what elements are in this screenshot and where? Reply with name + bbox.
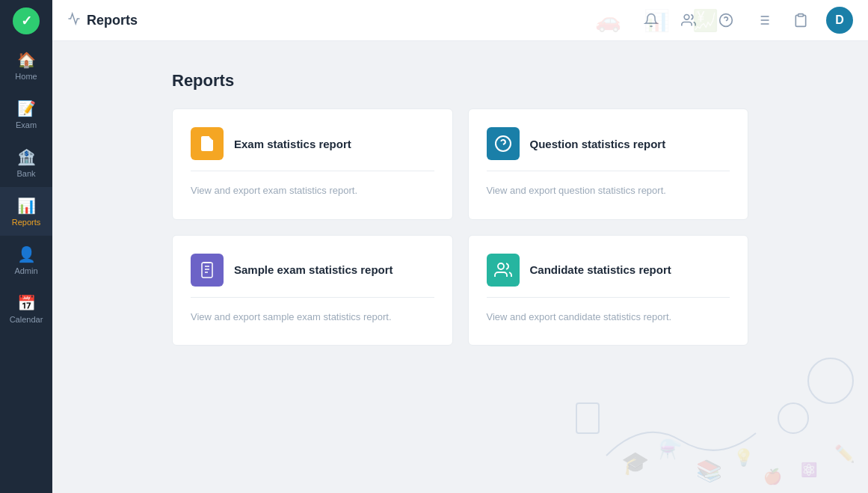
svg-point-18	[498, 263, 504, 269]
svg-text:⚗️: ⚗️	[659, 438, 683, 461]
content-area: Reports Exam statistics report View	[52, 41, 868, 493]
logo-icon: ✓	[13, 7, 40, 34]
sidebar-item-bank[interactable]: 🏦 Bank	[0, 138, 52, 187]
bank-icon: 🏦	[17, 148, 36, 166]
deco-car-icon: 🚗	[595, 8, 621, 33]
sample-exam-stats-title: Sample exam statistics report	[234, 263, 393, 276]
question-stats-icon	[487, 127, 520, 160]
svg-text:✏️: ✏️	[834, 444, 855, 464]
list-button[interactable]	[751, 8, 775, 32]
notifications-button[interactable]	[639, 8, 663, 32]
sample-exam-stats-card-header: Sample exam statistics report	[191, 254, 434, 298]
candidate-stats-icon	[487, 254, 520, 287]
sidebar-item-calendar[interactable]: 📅 Calendar	[0, 284, 52, 333]
header-reports-icon	[67, 12, 81, 29]
svg-point-20	[778, 403, 808, 433]
home-icon: 🏠	[17, 51, 36, 69]
question-stats-desc: View and export question statistics repo…	[487, 183, 730, 198]
sample-exam-stats-icon	[191, 254, 224, 287]
candidate-stats-desc: View and export candidate statistics rep…	[487, 310, 730, 325]
question-stats-title: Question statistics report	[530, 138, 666, 150]
user-avatar[interactable]: D	[826, 7, 853, 34]
svg-rect-21	[576, 403, 599, 433]
page-title: Reports	[172, 71, 748, 91]
sidebar-logo: ✓	[0, 0, 52, 41]
svg-text:🎓: 🎓	[621, 450, 650, 477]
svg-point-0	[684, 15, 689, 20]
admin-icon: 👤	[17, 245, 36, 263]
question-stats-card[interactable]: Question statistics report View and expo…	[468, 108, 749, 220]
reports-icon: 📊	[17, 197, 36, 215]
exam-stats-desc: View and export exam statistics report.	[191, 183, 434, 198]
sidebar-item-label-exam: Exam	[16, 120, 37, 129]
header-actions: D	[639, 7, 853, 34]
help-button[interactable]	[714, 8, 738, 32]
sidebar-item-label-home: Home	[15, 72, 37, 81]
exam-stats-card[interactable]: Exam statistics report View and export e…	[172, 108, 453, 220]
users-button[interactable]	[677, 8, 701, 32]
svg-rect-9	[798, 14, 804, 16]
reports-grid: Exam statistics report View and export e…	[172, 108, 748, 346]
sidebar-item-label-reports: Reports	[12, 218, 41, 227]
sidebar-item-label-bank: Bank	[16, 169, 35, 178]
candidate-stats-card-header: Candidate statistics report	[487, 254, 730, 298]
question-stats-card-header: Question statistics report	[487, 127, 730, 171]
sample-exam-stats-desc: View and export sample exam statistics r…	[191, 310, 434, 325]
sidebar: ✓ 🏠 Home 📝 Exam 🏦 Bank 📊 Reports 👤 Admin…	[0, 0, 52, 493]
header: Reports 🚗 📊 💹	[52, 0, 868, 41]
exam-stats-card-header: Exam statistics report	[191, 127, 434, 171]
sidebar-item-label-calendar: Calendar	[10, 315, 43, 324]
exam-stats-title: Exam statistics report	[234, 138, 351, 150]
sample-exam-stats-card[interactable]: Sample exam statistics report View and e…	[172, 235, 453, 346]
svg-text:🍎: 🍎	[763, 468, 782, 486]
candidate-stats-title: Candidate statistics report	[530, 263, 671, 276]
sidebar-item-reports[interactable]: 📊 Reports	[0, 187, 52, 236]
sidebar-item-admin[interactable]: 👤 Admin	[0, 236, 52, 284]
clipboard-button[interactable]	[789, 8, 813, 32]
sidebar-item-home[interactable]: 🏠 Home	[0, 41, 52, 90]
sidebar-item-exam[interactable]: 📝 Exam	[0, 90, 52, 138]
svg-text:⚛️: ⚛️	[801, 462, 818, 478]
background-decoration: 🎓 ⚗️ 📚 💡 🍎 ⚛️ ✏️	[569, 343, 868, 493]
main-area: Reports 🚗 📊 💹	[52, 0, 868, 493]
svg-point-19	[808, 358, 853, 403]
exam-stats-icon	[191, 127, 224, 160]
svg-rect-14	[202, 263, 212, 278]
exam-icon: 📝	[17, 99, 36, 117]
sidebar-item-label-admin: Admin	[14, 266, 37, 275]
header-title: Reports	[87, 13, 138, 28]
svg-text:📚: 📚	[696, 459, 722, 483]
candidate-stats-card[interactable]: Candidate statistics report View and exp…	[468, 235, 749, 346]
calendar-icon: 📅	[17, 294, 36, 312]
svg-text:💡: 💡	[733, 447, 754, 468]
